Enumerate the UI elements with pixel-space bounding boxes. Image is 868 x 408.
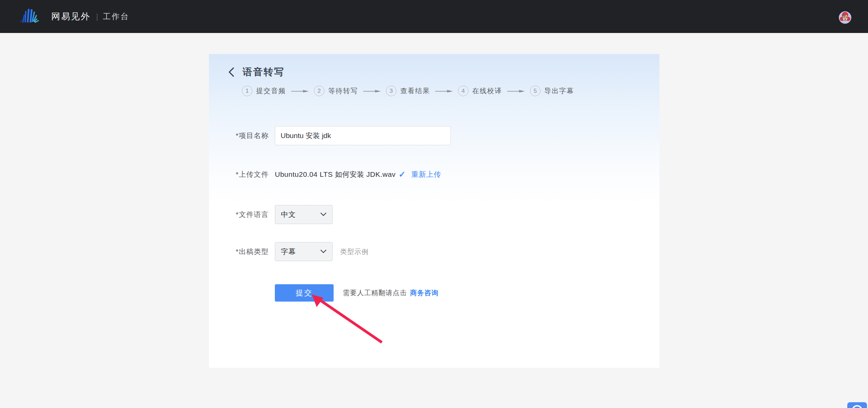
file-language-label: *文件语言 (209, 210, 269, 219)
step-item-4: 4 在线校译 (458, 86, 502, 96)
step-label: 等待转写 (328, 86, 358, 96)
file-language-value: 中文 (281, 210, 296, 219)
project-name-input[interactable] (275, 126, 451, 145)
upload-file-label: *上传文件 (209, 170, 269, 179)
type-example-link[interactable]: 类型示例 (340, 247, 369, 256)
back-icon[interactable] (228, 67, 236, 78)
draft-type-label: *出稿类型 (209, 247, 269, 256)
step-number: 2 (314, 86, 324, 96)
step-number: 3 (386, 86, 396, 96)
submit-button[interactable]: 提交 (275, 284, 334, 302)
file-language-select[interactable]: 中文 (275, 205, 333, 224)
file-language-row: *文件语言 中文 (209, 205, 659, 224)
step-number: 4 (458, 86, 468, 96)
step-item-3: 3 查看结果 (386, 86, 430, 96)
step-label: 查看结果 (400, 86, 430, 96)
top-navbar: 网易见外 | 工作台 (0, 0, 868, 33)
reupload-link[interactable]: 重新上传 (411, 170, 441, 179)
draft-type-row: *出稿类型 字幕 类型示例 (209, 242, 659, 261)
submit-row: 提交 需要人工精翻请点击 商务咨询 (209, 284, 659, 302)
speech-transcription-card: 语音转写 1 提交音频 2 等待转写 3 查看结果 4 在线校译 (209, 54, 659, 368)
step-label: 提交音频 (256, 86, 286, 96)
user-avatar[interactable] (839, 11, 851, 24)
manual-translation-note: 需要人工精翻请点击 (343, 288, 407, 298)
steps-bar: 1 提交音频 2 等待转写 3 查看结果 4 在线校译 (242, 86, 574, 96)
business-consult-link[interactable]: 商务咨询 (410, 288, 439, 298)
step-item-2: 2 等待转写 (314, 86, 358, 96)
chevron-down-icon (320, 249, 326, 255)
title-row: 语音转写 (228, 66, 285, 79)
step-arrow-icon (363, 89, 381, 93)
draft-type-value: 字幕 (281, 247, 296, 256)
upload-success-check-icon: ✓ (399, 170, 406, 178)
brand-divider: | (96, 12, 98, 21)
jianwai-logo-icon (19, 8, 51, 25)
step-item-5: 5 导出字幕 (530, 86, 574, 96)
chevron-down-icon (320, 211, 326, 218)
step-number: 5 (530, 86, 541, 96)
brand-home-link[interactable]: 网易见外 | 工作台 (19, 0, 129, 33)
step-label: 在线校译 (472, 86, 502, 96)
project-name-row: *项目名称 (209, 126, 659, 145)
page-title: 语音转写 (243, 66, 285, 79)
step-item-1: 1 提交音频 (242, 86, 286, 96)
draft-type-select[interactable]: 字幕 (275, 242, 333, 261)
project-name-label: *项目名称 (209, 131, 269, 140)
brand-name: 网易见外 (51, 11, 91, 22)
uploaded-filename: Ubuntu20.04 LTS 如何安装 JDK.wav (275, 170, 396, 179)
step-arrow-icon (291, 89, 309, 93)
workspace-label: 工作台 (103, 11, 129, 22)
upload-file-row: *上传文件 Ubuntu20.04 LTS 如何安装 JDK.wav ✓ 重新上… (209, 169, 659, 180)
step-arrow-icon (435, 89, 453, 93)
step-arrow-icon (507, 89, 525, 93)
step-label: 导出字幕 (544, 86, 574, 96)
customer-service-widget[interactable] (847, 402, 867, 408)
step-number: 1 (242, 86, 252, 96)
